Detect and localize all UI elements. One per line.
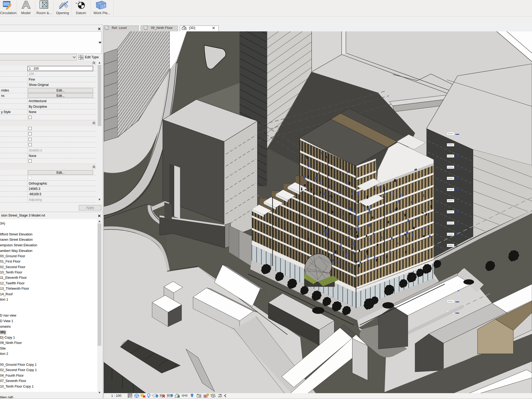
svg-text:09_Ninth Floor: 09_Ninth Floor: [151, 26, 173, 30]
svg-text:{3D}: {3D}: [189, 26, 195, 30]
svg-text:1: 1: [78, 0, 80, 3]
svg-text:Ref. Level: Ref. Level: [112, 26, 127, 30]
